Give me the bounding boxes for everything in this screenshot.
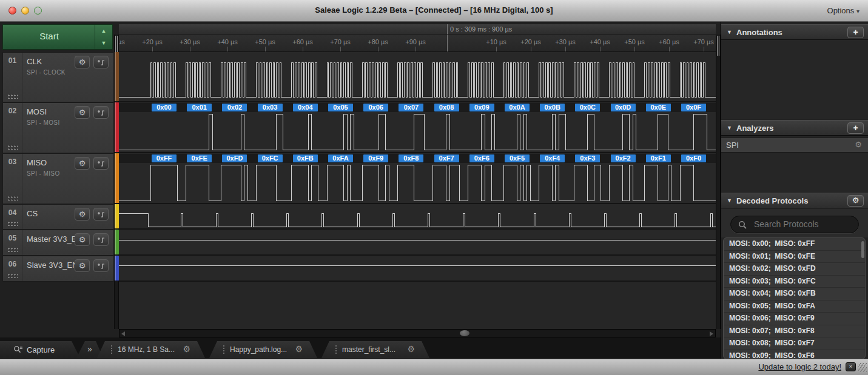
decoded-protocol-row[interactable]: MOSI: 0x08; MISO: 0xF7 (724, 337, 865, 350)
decoded-protocol-row[interactable]: MOSI: 0x00; MISO: 0xFF (724, 238, 865, 251)
channel-trigger-button[interactable] (93, 208, 109, 221)
channel-row[interactable]: 02 MOSI SPI - MOSI ⚙ (2, 102, 114, 153)
channel-row[interactable]: 03 MISO SPI - MISO ⚙ (2, 153, 114, 204)
tab-bar: Capture » 16 MHz, 1 B Sa... ⚙ Happy_path… (0, 337, 721, 359)
right-scroll-gutter (716, 35, 721, 329)
drag-handle-icon (335, 345, 337, 354)
timeline-tick-label: +30 µs (180, 38, 200, 45)
channel-settings-button[interactable]: ⚙ (75, 56, 90, 68)
timeline-tick-label: +40 µs (217, 38, 238, 45)
collapse-triangle-icon[interactable]: ▼ (727, 125, 732, 131)
right-scrollbar-thumb[interactable] (717, 36, 719, 56)
timeline-tick-label: +80 µs (368, 38, 388, 45)
decoded-protocols-header: ▼ Decoded Protocols ⚙ (721, 193, 868, 208)
decoded-protocols-settings-button[interactable]: ⚙ (847, 195, 864, 207)
drag-handle-icon[interactable] (7, 273, 18, 278)
decoded-protocol-row[interactable]: MOSI: 0x04; MISO: 0xFB (724, 288, 865, 300)
add-analyzer-button[interactable]: + (847, 122, 864, 134)
decoded-protocol-row[interactable]: MOSI: 0x01; MISO: 0xFE (724, 251, 865, 264)
down-arrow-button[interactable]: ▼ (95, 37, 112, 49)
gear-icon[interactable]: ⚙ (295, 344, 303, 354)
analyzer-item-spi[interactable]: SPI ⚙ (721, 138, 868, 153)
timeline-tick-label: +10 µs (119, 38, 125, 45)
timeline-tick-mark (303, 47, 303, 51)
channel-row[interactable]: 01 CLK SPI - CLOCK ⚙ (2, 52, 114, 102)
scroll-left-arrow-icon[interactable] (121, 331, 125, 336)
horizontal-scrollbar-thumb[interactable] (460, 330, 469, 336)
timeline-tick-label: +70 µs (693, 38, 714, 45)
file-tab[interactable]: Happy_path.log... ⚙ (209, 341, 317, 358)
drag-handle-icon[interactable] (7, 247, 18, 252)
protocol-list-scrollbar-thumb[interactable] (861, 241, 864, 258)
decoded-protocol-row[interactable]: MOSI: 0x07; MISO: 0xF8 (724, 325, 865, 338)
gear-icon: ⚙ (79, 261, 86, 270)
decoded-protocol-row[interactable]: MOSI: 0x09; MISO: 0xF6 (724, 350, 865, 360)
gear-icon[interactable]: ⚙ (855, 140, 862, 149)
timeline-tick-label: +40 µs (590, 38, 610, 45)
timeline-tick-label: +10 µs (486, 38, 506, 45)
channel-settings-button[interactable]: ⚙ (75, 233, 90, 246)
gear-icon[interactable]: ⚙ (407, 344, 415, 354)
decoded-protocol-row[interactable]: MOSI: 0x06; MISO: 0xF9 (724, 313, 865, 325)
tab-capture[interactable]: Capture (0, 341, 80, 358)
gear-icon: ⚙ (79, 159, 86, 168)
channel-row[interactable]: 04 CS ⚙ (2, 204, 114, 230)
channel-settings-button[interactable]: ⚙ (75, 259, 90, 272)
start-button[interactable]: Start ▲ ▼ (2, 24, 113, 50)
trigger-edge-icon (97, 211, 106, 218)
timeline-tick-label: +90 µs (405, 38, 426, 45)
channel-trigger-button[interactable] (93, 233, 109, 246)
search-input[interactable] (753, 219, 852, 230)
decoded-protocols-list[interactable]: MOSI: 0x00; MISO: 0xFF MOSI: 0x01; MISO:… (723, 237, 866, 359)
drag-handle-icon[interactable] (7, 195, 18, 201)
file-tab-label: 16 MHz, 1 B Sa... (118, 345, 181, 354)
channel-row[interactable]: 06 Slave 3V3_EN ⚙ (2, 256, 114, 282)
timeline-ruler[interactable]: +10 µs+20 µs+30 µs+40 µs+50 µs+60 µs+70 … (119, 35, 716, 52)
decoded-protocol-row[interactable]: MOSI: 0x02; MISO: 0xFD (724, 263, 865, 276)
channel-trigger-button[interactable] (93, 259, 109, 272)
waveform-area[interactable]: 0x000x010x020x030x040x050x060x070x080x09… (119, 52, 716, 329)
left-scroll-gutter (114, 35, 119, 329)
up-arrow-button[interactable]: ▲ (95, 25, 112, 37)
dismiss-update-button[interactable]: × (846, 362, 856, 371)
scroll-right-arrow-icon[interactable] (710, 331, 713, 336)
gear-icon[interactable]: ⚙ (183, 344, 190, 354)
channel-settings-button[interactable]: ⚙ (75, 208, 90, 221)
collapse-triangle-icon[interactable]: ▼ (727, 197, 732, 204)
decoded-protocol-row[interactable]: MOSI: 0x03; MISO: 0xFC (724, 276, 865, 288)
channel-settings-button[interactable]: ⚙ (75, 106, 90, 119)
decoded-protocol-row[interactable]: MOSI: 0x05; MISO: 0xFA (724, 300, 865, 313)
timeline-tick-mark (634, 47, 635, 51)
file-tab[interactable]: master_first_sl... ⚙ (321, 341, 429, 358)
start-arrows: ▲ ▼ (95, 25, 112, 49)
channel-trigger-button[interactable] (93, 106, 109, 119)
timeline-position-bar: 0 s : 309 ms : 900 µs (119, 24, 716, 35)
timeline-tick-mark (669, 47, 670, 51)
trigger-edge-icon (97, 59, 106, 66)
channel-row[interactable]: 05 Master 3V3_EN ⚙ (2, 230, 114, 256)
segment-divider (447, 35, 448, 52)
clk-waveform (119, 62, 716, 97)
horizontal-scrollbar[interactable] (119, 329, 716, 337)
gear-icon: ⚙ (79, 58, 86, 67)
drag-handle-icon (223, 345, 225, 354)
channel-trigger-button[interactable] (93, 56, 109, 68)
trigger-edge-icon (97, 160, 106, 167)
collapse-triangle-icon[interactable]: ▼ (727, 29, 732, 35)
file-tab[interactable]: 16 MHz, 1 B Sa... ⚙ (97, 341, 205, 358)
drag-handle-icon[interactable] (7, 221, 18, 226)
options-menu[interactable]: Options ▾ (827, 6, 860, 15)
add-annotation-button[interactable]: + (847, 27, 864, 38)
timeline-tick-label: +20 µs (142, 38, 163, 45)
channel-settings-button[interactable]: ⚙ (75, 157, 90, 170)
resize-grip[interactable] (858, 363, 867, 372)
timeline-tick-mark (340, 47, 341, 51)
drag-handle-icon[interactable] (7, 93, 18, 99)
segment-divider (447, 24, 448, 35)
timeline-tick-mark (265, 47, 266, 51)
channel-analyzer-label: SPI - MOSI (27, 119, 60, 126)
drag-handle-icon[interactable] (7, 144, 18, 150)
update-link[interactable]: Update to logic 2 today! (758, 362, 841, 371)
channel-name: CS (27, 209, 38, 218)
channel-trigger-button[interactable] (93, 157, 109, 170)
